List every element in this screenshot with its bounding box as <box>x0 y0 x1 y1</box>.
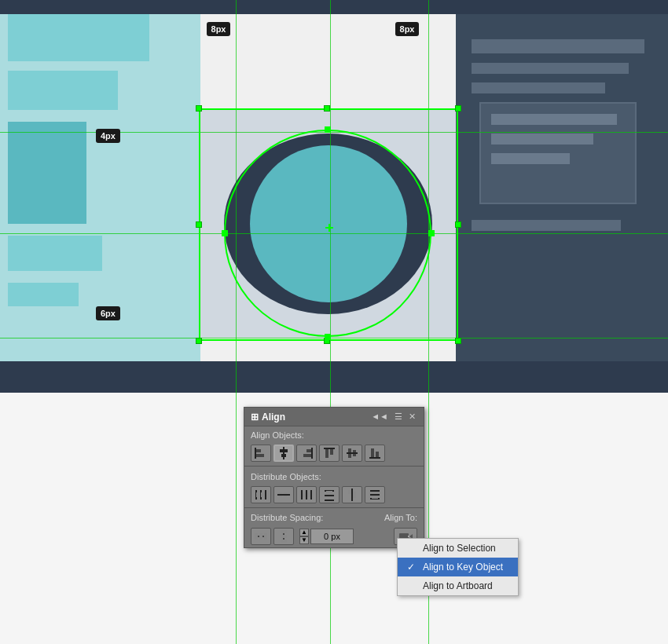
handle-tl <box>196 105 202 112</box>
align-bottom-btn[interactable] <box>365 445 385 462</box>
dark-right-row7 <box>472 220 621 231</box>
svg-rect-39 <box>370 494 380 496</box>
measure-4px-left: 4px ↕ <box>96 127 103 144</box>
handle-tr <box>455 105 461 112</box>
dropdown-item-selection[interactable]: Align to Selection <box>398 539 518 558</box>
svg-rect-9 <box>325 449 328 458</box>
svg-rect-22 <box>261 492 264 497</box>
svg-rect-36 <box>353 492 356 498</box>
svg-rect-38 <box>370 490 380 492</box>
align-left-btn[interactable] <box>251 445 271 462</box>
spacing-stepper: ▲ ▼ <box>299 529 309 544</box>
svg-rect-32 <box>325 495 334 496</box>
dist-center-h-btn[interactable] <box>273 486 294 503</box>
svg-rect-16 <box>376 452 379 457</box>
svg-rect-47 <box>281 530 287 533</box>
guide-vertical-1 <box>236 0 237 644</box>
svg-rect-49 <box>281 540 287 543</box>
handle-bl <box>196 338 202 344</box>
align-middle-v-btn[interactable] <box>342 445 362 462</box>
svg-rect-10 <box>330 449 333 455</box>
align-to-dropdown: Align to Selection ✓ Align to Key Object… <box>397 538 519 596</box>
dist-top-btn[interactable] <box>319 486 340 503</box>
circle-handle-top <box>325 126 331 133</box>
svg-rect-45 <box>258 536 259 537</box>
svg-rect-27 <box>306 490 307 499</box>
bg-teal-rect5 <box>8 283 79 306</box>
spacing-buttons: ▲ ▼ <box>251 528 354 545</box>
panel-close-btn[interactable]: ✕ <box>407 412 417 422</box>
measure-label-8px-right: 8px <box>395 22 420 36</box>
svg-rect-21 <box>256 492 259 497</box>
measure-label-6px: 6px <box>96 306 120 320</box>
dist-spacing-v-btn[interactable] <box>273 528 294 545</box>
svg-rect-2 <box>255 448 256 459</box>
guide-horizontal-2 <box>0 233 668 234</box>
svg-rect-43 <box>259 533 262 540</box>
distribute-objects-label: Distribute Objects: <box>244 468 424 484</box>
dist-spacing-h-btn[interactable] <box>251 528 271 545</box>
svg-rect-35 <box>348 490 351 494</box>
svg-rect-14 <box>347 452 358 454</box>
align-objects-label: Align Objects: <box>244 426 424 442</box>
spacing-up-btn[interactable]: ▲ <box>299 529 309 536</box>
dropdown-item-key-object[interactable]: ✓ Align to Key Object <box>398 558 518 576</box>
handle-tc <box>324 105 330 112</box>
dist-right-btn[interactable] <box>296 486 317 503</box>
svg-rect-54 <box>408 536 409 537</box>
handle-mr <box>455 221 461 228</box>
spacing-down-btn[interactable]: ▼ <box>299 536 309 544</box>
svg-rect-11 <box>324 448 335 449</box>
align-top-btn[interactable] <box>319 445 340 462</box>
dist-center-v-btn[interactable] <box>342 486 362 503</box>
spacing-align-row: Distribute Spacing: Align To: <box>244 510 424 525</box>
panel-menu-btn[interactable]: ☰ <box>393 412 404 422</box>
guide-horizontal-3 <box>0 338 668 338</box>
dropdown-item-artboard[interactable]: Align to Artboard <box>398 576 518 595</box>
measure-8px-right: 8px ↔ <box>401 22 413 36</box>
align-to-label: Align To: <box>384 513 417 522</box>
svg-rect-42 <box>255 533 258 540</box>
bg-dark-top <box>0 0 668 14</box>
bg-teal-rect3 <box>8 122 86 224</box>
svg-rect-0 <box>255 449 261 452</box>
svg-rect-51 <box>283 538 284 540</box>
align-right-btn[interactable] <box>296 445 317 462</box>
check-key-object: ✓ <box>407 562 418 573</box>
measure-8px-left: 8px ↔ <box>212 22 225 36</box>
align-center-h-btn[interactable] <box>273 445 294 462</box>
svg-rect-7 <box>303 454 312 457</box>
align-panel-title: ⊞ Align <box>251 412 285 423</box>
dark-right-row3 <box>472 82 605 93</box>
handle-br <box>455 338 461 344</box>
measure-label-4px: 4px <box>96 129 120 143</box>
dark-right-row1 <box>472 39 644 53</box>
dark-right-row5 <box>491 134 593 145</box>
handle-ml <box>196 221 202 228</box>
svg-rect-48 <box>281 535 287 538</box>
dark-right-row6 <box>491 153 570 164</box>
svg-rect-33 <box>325 499 334 501</box>
spacing-input[interactable] <box>310 529 354 544</box>
circle-handle-left <box>222 230 228 236</box>
align-panel: ⊞ Align ◄◄ ☰ ✕ Align Objects: <box>244 407 424 548</box>
dark-right-row2 <box>472 63 629 74</box>
divider-2 <box>244 507 424 508</box>
circle-handle-bottom <box>325 334 331 340</box>
dist-left-btn[interactable] <box>251 486 271 503</box>
svg-rect-46 <box>262 536 264 537</box>
svg-rect-28 <box>310 490 312 499</box>
svg-rect-30 <box>307 492 310 497</box>
align-objects-row <box>244 442 424 464</box>
divider-1 <box>244 466 424 467</box>
align-icon: ⊞ <box>251 412 259 423</box>
dist-bottom-btn[interactable] <box>365 486 385 503</box>
dropdown-label-selection: Align to Selection <box>423 543 496 554</box>
panel-collapse-btn[interactable]: ◄◄ <box>369 412 390 422</box>
svg-rect-8 <box>311 448 313 459</box>
svg-rect-34 <box>326 491 332 494</box>
svg-rect-41 <box>372 496 378 499</box>
bg-teal-rect1 <box>8 14 149 61</box>
measure-6px-bottom: 6px ↕ <box>96 305 103 321</box>
canvas-area <box>0 0 668 393</box>
